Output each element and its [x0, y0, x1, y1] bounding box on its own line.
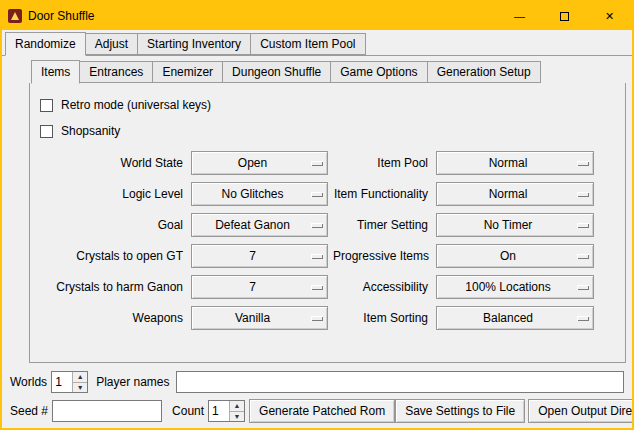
accessibility-label: Accessibility: [333, 280, 431, 294]
dropdown-indicator-icon: [577, 254, 589, 259]
item-functionality-value: Normal: [441, 187, 575, 201]
logic-level-value: No Glitches: [196, 187, 309, 201]
seed-row: Seed # Count 1 ▲ ▼ Generate Patched Rom …: [10, 399, 624, 423]
retro-mode-checkbox[interactable]: [40, 99, 53, 112]
item-sorting-dropdown[interactable]: Balanced: [436, 306, 594, 330]
tab-starting-inventory[interactable]: Starting Inventory: [137, 33, 251, 55]
count-spin-arrows: ▲ ▼: [229, 401, 244, 421]
minimize-button[interactable]: —: [497, 2, 542, 30]
shopsanity-row[interactable]: Shopsanity: [40, 119, 625, 143]
window-title: Door Shuffle: [28, 9, 95, 23]
crystals-ganon-value: 7: [196, 280, 309, 294]
retro-mode-label: Retro mode (universal keys): [61, 98, 211, 112]
open-output-directory-button[interactable]: Open Output Directory: [528, 399, 634, 423]
inner-notebook: Items Entrances Enemizer Dungeon Shuffle…: [29, 60, 626, 363]
app-icon: [8, 9, 22, 23]
tab-generation-setup[interactable]: Generation Setup: [427, 61, 541, 83]
item-pool-value: Normal: [441, 156, 575, 170]
spin-up-icon[interactable]: ▲: [230, 401, 244, 412]
worlds-row: Worlds 1 ▲ ▼ Player names: [10, 371, 624, 393]
close-button[interactable]: ✕: [587, 2, 632, 30]
spin-up-icon[interactable]: ▲: [73, 372, 87, 383]
outer-tab-bar: Randomize Adjust Starting Inventory Cust…: [2, 30, 632, 56]
worlds-value[interactable]: 1: [52, 372, 72, 392]
options-grid: World State Open Item Pool Normal Logic …: [38, 151, 625, 330]
item-pool-label: Item Pool: [333, 156, 431, 170]
tab-enemizer[interactable]: Enemizer: [152, 61, 223, 83]
save-settings-button[interactable]: Save Settings to File: [395, 399, 525, 423]
player-names-entry[interactable]: [176, 371, 625, 393]
dropdown-indicator-icon: [311, 285, 323, 290]
count-spinbox[interactable]: 1 ▲ ▼: [208, 400, 245, 422]
progressive-items-dropdown[interactable]: On: [436, 244, 594, 268]
spin-down-icon[interactable]: ▼: [230, 412, 244, 422]
tab-custom-item-pool[interactable]: Custom Item Pool: [250, 33, 365, 55]
tab-entrances[interactable]: Entrances: [79, 61, 153, 83]
dropdown-indicator-icon: [311, 254, 323, 259]
close-icon: ✕: [605, 10, 614, 23]
worlds-label: Worlds: [10, 375, 47, 389]
items-tab-panel: Retro mode (universal keys) Shopsanity W…: [29, 82, 626, 363]
window-controls: — ✕: [497, 2, 632, 30]
weapons-label: Weapons: [38, 311, 186, 325]
crystals-ganon-dropdown[interactable]: 7: [191, 275, 328, 299]
item-pool-dropdown[interactable]: Normal: [436, 151, 594, 175]
dropdown-indicator-icon: [311, 223, 323, 228]
goal-value: Defeat Ganon: [196, 218, 309, 232]
timer-setting-label: Timer Setting: [333, 218, 431, 232]
weapons-value: Vanilla: [196, 311, 309, 325]
crystals-gt-label: Crystals to open GT: [38, 249, 186, 263]
world-state-label: World State: [38, 156, 186, 170]
goal-label: Goal: [38, 218, 186, 232]
progressive-items-value: On: [441, 249, 575, 263]
item-functionality-label: Item Functionality: [333, 187, 431, 201]
maximize-button[interactable]: [542, 2, 587, 30]
dropdown-indicator-icon: [577, 223, 589, 228]
item-functionality-dropdown[interactable]: Normal: [436, 182, 594, 206]
item-sorting-value: Balanced: [441, 311, 575, 325]
world-state-value: Open: [196, 156, 309, 170]
crystals-ganon-label: Crystals to harm Ganon: [38, 280, 186, 294]
dropdown-indicator-icon: [311, 192, 323, 197]
count-value[interactable]: 1: [209, 401, 229, 421]
retro-mode-row[interactable]: Retro mode (universal keys): [40, 93, 625, 117]
dropdown-indicator-icon: [311, 316, 323, 321]
titlebar: Door Shuffle — ✕: [2, 2, 632, 30]
accessibility-value: 100% Locations: [441, 280, 575, 294]
worlds-spin-arrows: ▲ ▼: [72, 372, 87, 392]
crystals-gt-value: 7: [196, 249, 309, 263]
generate-patched-rom-button[interactable]: Generate Patched Rom: [249, 399, 395, 423]
player-names-label: Player names: [96, 375, 169, 389]
timer-setting-dropdown[interactable]: No Timer: [436, 213, 594, 237]
dropdown-indicator-icon: [577, 192, 589, 197]
seed-label: Seed #: [10, 404, 48, 418]
tab-randomize[interactable]: Randomize: [5, 32, 86, 56]
minimize-icon: —: [514, 10, 525, 22]
maximize-icon: [560, 12, 569, 21]
tab-dungeon-shuffle[interactable]: Dungeon Shuffle: [222, 61, 331, 83]
dropdown-indicator-icon: [577, 161, 589, 166]
count-label: Count: [172, 404, 204, 418]
dropdown-indicator-icon: [577, 316, 589, 321]
timer-setting-value: No Timer: [441, 218, 575, 232]
shopsanity-checkbox[interactable]: [40, 125, 53, 138]
spin-down-icon[interactable]: ▼: [73, 383, 87, 393]
tab-adjust[interactable]: Adjust: [85, 33, 138, 55]
tab-items[interactable]: Items: [31, 60, 80, 84]
goal-dropdown[interactable]: Defeat Ganon: [191, 213, 328, 237]
logic-level-label: Logic Level: [38, 187, 186, 201]
weapons-dropdown[interactable]: Vanilla: [191, 306, 328, 330]
progressive-items-label: Progressive Items: [333, 249, 431, 263]
app-window: Door Shuffle — ✕ Randomize Adjust Starti…: [0, 0, 634, 430]
seed-entry[interactable]: [52, 400, 162, 422]
dropdown-indicator-icon: [577, 285, 589, 290]
worlds-spinbox[interactable]: 1 ▲ ▼: [51, 371, 88, 393]
item-sorting-label: Item Sorting: [333, 311, 431, 325]
world-state-dropdown[interactable]: Open: [191, 151, 328, 175]
shopsanity-label: Shopsanity: [61, 124, 120, 138]
logic-level-dropdown[interactable]: No Glitches: [191, 182, 328, 206]
randomize-tab-panel: Items Entrances Enemizer Dungeon Shuffle…: [2, 56, 632, 428]
tab-game-options[interactable]: Game Options: [330, 61, 427, 83]
crystals-gt-dropdown[interactable]: 7: [191, 244, 328, 268]
accessibility-dropdown[interactable]: 100% Locations: [436, 275, 594, 299]
